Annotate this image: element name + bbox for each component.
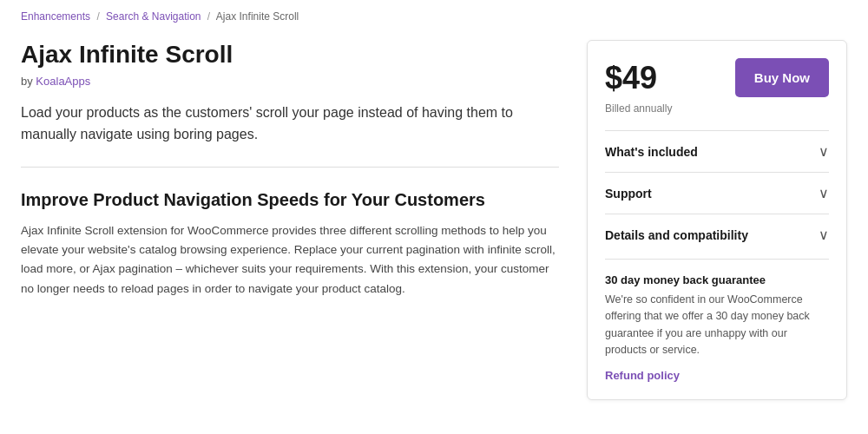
section-divider xyxy=(21,167,559,168)
author-prefix: by xyxy=(21,75,33,88)
sidebar-card: $49 Buy Now Billed annually What's inclu… xyxy=(587,40,847,400)
section-body: Ajax Infinite Scroll extension for WooCo… xyxy=(21,221,559,299)
breadcrumb-sep-1: / xyxy=(96,10,99,23)
guarantee-box: 30 day money back guarantee We're so con… xyxy=(605,259,829,382)
accordion-label-support: Support xyxy=(605,187,652,201)
refund-policy-link[interactable]: Refund policy xyxy=(605,369,680,382)
section-title: Improve Product Navigation Speeds for Yo… xyxy=(21,188,559,211)
author-link[interactable]: KoalaApps xyxy=(36,75,90,88)
billed-text: Billed annually xyxy=(605,102,829,115)
plugin-author: by KoalaApps xyxy=(21,75,559,88)
chevron-icon-support: ∨ xyxy=(819,185,829,201)
buy-now-button[interactable]: Buy Now xyxy=(735,58,829,97)
guarantee-title: 30 day money back guarantee xyxy=(605,273,829,286)
chevron-icon-whats-included: ∨ xyxy=(819,143,829,160)
plugin-title: Ajax Infinite Scroll xyxy=(21,40,559,69)
plugin-description: Load your products as the customers' scr… xyxy=(21,102,559,146)
guarantee-text: We're so confident in our WooCommerce of… xyxy=(605,292,829,359)
price-amount: $49 xyxy=(605,60,657,96)
breadcrumb-enhancements[interactable]: Enhancements xyxy=(21,10,90,23)
breadcrumb-current: Ajax Infinite Scroll xyxy=(216,10,299,23)
page-wrapper: Enhancements / Search & Navigation / Aja… xyxy=(0,0,868,434)
breadcrumb: Enhancements / Search & Navigation / Aja… xyxy=(21,10,847,23)
price-row: $49 Buy Now xyxy=(605,58,829,97)
breadcrumb-sep-2: / xyxy=(207,10,210,23)
breadcrumb-search-navigation[interactable]: Search & Navigation xyxy=(106,10,201,23)
accordion-whats-included[interactable]: What's included ∨ xyxy=(605,130,829,172)
main-layout: Ajax Infinite Scroll by KoalaApps Load y… xyxy=(21,40,847,400)
right-column: $49 Buy Now Billed annually What's inclu… xyxy=(587,40,847,400)
left-column: Ajax Infinite Scroll by KoalaApps Load y… xyxy=(21,40,559,299)
accordion-label-details: Details and compatibility xyxy=(605,228,748,242)
accordion-support[interactable]: Support ∨ xyxy=(605,172,829,214)
accordion-details-compatibility[interactable]: Details and compatibility ∨ xyxy=(605,214,829,255)
accordion-label-whats-included: What's included xyxy=(605,145,698,159)
chevron-icon-details: ∨ xyxy=(819,227,829,243)
